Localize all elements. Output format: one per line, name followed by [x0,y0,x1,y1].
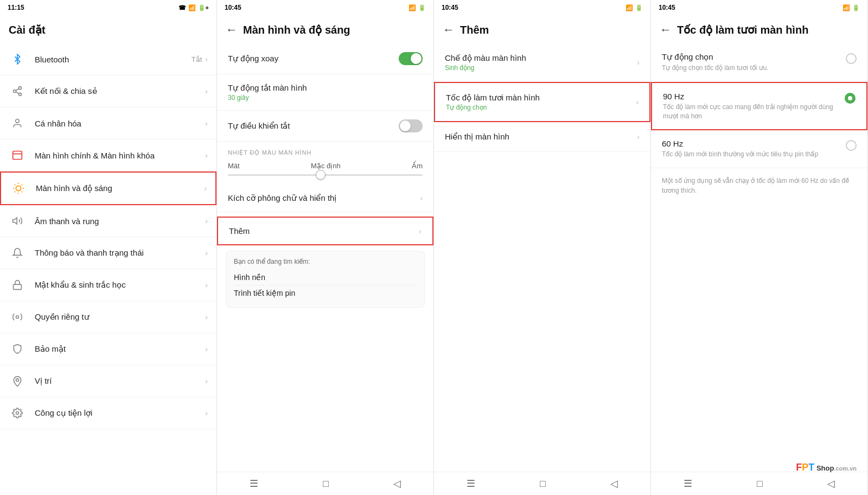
nav-home-4[interactable]: □ [757,478,763,490]
option-auto-radio[interactable] [846,53,857,64]
svg-line-3 [16,92,19,93]
personalize-label: Cá nhân hóa [35,119,205,128]
lock-icon [9,276,26,294]
refresh-rate-sub: Tự động chọn [446,104,540,111]
option-60hz-desc: Tốc độ làm mới bình thường với mức tiêu … [662,150,846,159]
settings-item-location[interactable]: Vị trí › [0,365,216,397]
display-row[interactable]: Hiển thị màn hình › [434,122,650,152]
color-temp-slider[interactable] [228,174,423,176]
option-60hz[interactable]: 60 Hz Tốc độ làm mới bình thường với mức… [651,130,867,168]
refresh-rate-label: Tốc độ làm tươi màn hình [446,93,540,103]
auto-off-row[interactable]: Tự động tắt màn hình 30 giây [217,74,433,111]
slider-thumb[interactable] [316,170,326,180]
battery-icon-2: 🔋 [418,4,426,11]
settings-item-security[interactable]: Bảo mật › [0,333,216,365]
settings-item-tools[interactable]: Công cụ tiện lợi › [0,397,216,429]
option-90hz-title: 90 Hz [663,92,845,101]
settings-item-homescreen[interactable]: Màn hình chính & Màn hình khóa › [0,139,216,172]
wifi-icon-3: 📶 [626,4,633,11]
settings-item-brightness[interactable]: Màn hình và độ sáng › [0,172,216,205]
color-mode-row[interactable]: Chế độ màu màn hình Sinh động › [434,43,650,82]
nav-menu-2[interactable]: ☰ [250,478,258,490]
settings-item-bluetooth[interactable]: Bluetooth Tắt › [0,43,216,75]
auto-off-sub: 30 giây [228,94,307,101]
wifi-icon-4: 📶 [843,4,850,11]
svg-line-15 [15,192,15,192]
suggestion-item-wallpaper[interactable]: Hình nền [234,270,417,285]
fpt-t: T [808,462,814,473]
brightness-icon [10,180,27,197]
personalize-chevron: › [205,119,208,128]
option-auto-desc: Tự động chọn tốc độ làm tươi tối ưu. [662,64,846,73]
back-button-3[interactable]: ← [443,23,455,37]
settings-item-privacy[interactable]: Quyền riêng tư › [0,301,216,333]
them-row[interactable]: Thêm › [217,217,433,245]
lock-label: Mật khẩu & sinh trắc học [35,280,205,290]
option-60hz-radio[interactable] [846,140,857,151]
svg-line-11 [15,185,15,185]
status-icons-2: 📶 🔋 [409,4,426,11]
auto-control-row[interactable]: Tự điều khiển tắt [217,111,433,142]
settings-item-sound[interactable]: Âm thanh và rung › [0,205,216,237]
svg-rect-18 [14,284,22,289]
nav-menu-3[interactable]: ☰ [467,478,475,490]
fontsize-row[interactable]: Kích cỡ phông chữ và hiển thị › [217,185,433,212]
option-90hz[interactable]: 90 Hz Tốc độ làm mới cực cao mang đến tr… [651,82,867,131]
panel3-content: Chế độ màu màn hình Sinh động › Tốc độ l… [434,43,650,472]
brightness-label: Màn hình và độ sáng [36,183,204,193]
nav-bar-4: ☰ □ ◁ [651,472,867,495]
auto-rotate-row[interactable]: Tự động xoay [217,43,433,74]
auto-rotate-toggle[interactable] [399,52,423,65]
bluetooth-label: Bluetooth [35,55,192,64]
status-bar-1: 11:15 ☎ 📶 🔋+ [0,0,216,15]
auto-rotate-label-group: Tự động xoay [228,54,278,64]
tools-icon [9,404,26,422]
nav-back-3[interactable]: ◁ [610,478,618,490]
svg-line-12 [22,192,22,192]
panel-brightness: 10:45 📶 🔋 ← Màn hình và độ sáng Tự động … [217,0,434,495]
nav-back-2[interactable]: ◁ [393,478,401,490]
nav-back-4[interactable]: ◁ [827,478,835,490]
security-icon [9,340,26,358]
privacy-label: Quyền riêng tư [35,312,205,322]
settings-item-personalize[interactable]: Cá nhân hóa › [0,107,216,139]
status-bar-4: 10:45 📶 🔋 [651,0,867,15]
notify-label: Thông báo và thanh trạng thái [35,248,205,258]
slider-labels: Mát Mặc định Ấm [228,162,423,170]
panel4-title: Tốc độ làm tươi màn hình [677,23,808,36]
auto-control-toggle[interactable] [399,119,423,132]
auto-off-label: Tự động tắt màn hình [228,83,307,93]
panel-settings: 11:15 ☎ 📶 🔋+ Cài đặt Bluetooth Tắt › [0,0,217,495]
share-chevron: › [205,87,208,96]
fpt-com: .com.vn [834,465,857,472]
nav-home-3[interactable]: □ [540,478,546,490]
fpt-logo: FPT Shop.com.vn [796,462,857,473]
share-icon [9,82,26,100]
privacy-icon [9,308,26,326]
svg-point-5 [16,119,20,123]
svg-line-4 [16,88,19,90]
battery-icon-4: 🔋 [852,4,860,11]
option-auto[interactable]: Tự động chọn Tự động chọn tốc độ làm tươ… [651,43,867,82]
svg-line-16 [22,185,22,185]
refresh-rate-row[interactable]: Tốc độ làm tươi màn hình Tự động chọn › [434,82,650,122]
suggestion-item-battery[interactable]: Trình tiết kiệm pin [234,285,417,301]
option-90hz-desc: Tốc độ làm mới cực cao mang đến trải ngh… [663,103,845,121]
battery-icon: 🔋+ [198,4,209,11]
option-90hz-radio[interactable] [845,93,856,104]
back-button-4[interactable]: ← [660,23,672,37]
tools-chevron: › [205,409,208,417]
back-button-2[interactable]: ← [226,23,238,37]
security-chevron: › [205,345,208,353]
nav-menu-4[interactable]: ☰ [684,478,692,490]
section-title-color: NHIỆT ĐỘ MÀU MÀN HÌNH [217,142,433,160]
nav-home-2[interactable]: □ [323,478,329,490]
settings-item-lock[interactable]: Mật khẩu & sinh trắc học › [0,269,216,301]
settings-item-notify[interactable]: Thông báo và thanh trạng thái › [0,237,216,269]
nav-bar-2: ☰ □ ◁ [217,472,433,495]
settings-item-share[interactable]: Kết nối & chia sẻ › [0,75,216,107]
share-label: Kết nối & chia sẻ [35,86,205,96]
location-chevron: › [205,377,208,385]
location-icon [9,372,26,390]
bluetooth-chevron: › [205,55,208,64]
